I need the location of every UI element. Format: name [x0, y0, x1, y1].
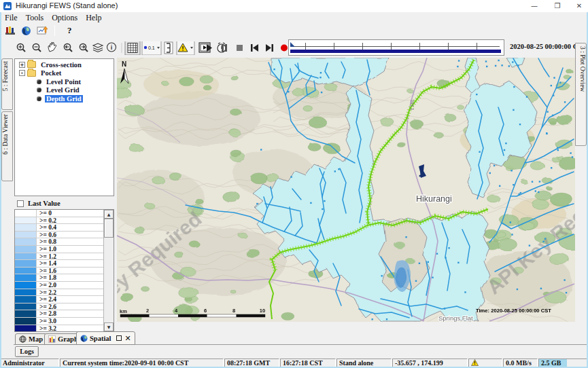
legend-swatch	[15, 274, 37, 281]
bullet-icon	[37, 79, 41, 84]
zoom-out-icon[interactable]	[33, 43, 41, 52]
window-frame-left	[0, 12, 1, 368]
legend-row[interactable]: >= 0.6	[15, 232, 114, 239]
legend-row[interactable]: >= 1.6	[15, 268, 114, 275]
pause-button[interactable]	[222, 44, 227, 52]
legend-label: >= 0.2	[37, 217, 114, 224]
tab-close-icon[interactable]: ✕	[125, 334, 131, 343]
tree-item-pocket[interactable]: - Pocket	[15, 69, 114, 78]
help-button[interactable]: ?	[67, 25, 72, 36]
bullet-icon	[37, 96, 41, 101]
tab-spatial[interactable]: Spatial ✕	[76, 331, 135, 345]
zoom-next-icon[interactable]	[80, 43, 88, 52]
timeline-handle[interactable]	[290, 42, 295, 47]
timeline-slider[interactable]	[288, 39, 504, 56]
tree-item-level-grid[interactable]: Level Grid	[15, 86, 114, 95]
legend-row[interactable]: >= 0.8	[15, 238, 114, 246]
legend-row[interactable]: >= 1.8	[15, 274, 114, 282]
info-icon[interactable]: i	[107, 43, 116, 52]
tab-restore-icon[interactable]	[116, 335, 122, 341]
legend-swatch	[15, 289, 37, 296]
expander-icon[interactable]: +	[19, 62, 25, 68]
legend-row[interactable]: >= 0	[15, 210, 114, 217]
play-button[interactable]	[207, 44, 212, 52]
legend-row[interactable]: >= 0.4	[15, 224, 114, 232]
legend-swatch	[15, 310, 37, 317]
menu-bar: File Tools Options Help	[0, 12, 588, 23]
grid-toggle-button[interactable]	[125, 41, 140, 55]
interval-dropdown[interactable]: 0.1	[142, 41, 161, 55]
legend-row[interactable]: >= 1.4	[15, 260, 114, 268]
warning-dropdown[interactable]	[177, 41, 194, 55]
maximize-button[interactable]: ❐	[548, 0, 567, 12]
svg-text:0.1: 0.1	[148, 45, 155, 50]
legend-row[interactable]: >= 1.0	[15, 246, 114, 253]
cross-section-icon[interactable]	[165, 42, 173, 54]
tree-item-cross-section[interactable]: + Cross-section	[15, 60, 114, 69]
legend-swatch	[15, 282, 37, 289]
zoom-previous-icon[interactable]	[64, 43, 72, 52]
export-chart-icon[interactable]	[34, 25, 50, 36]
menu-help[interactable]: Help	[86, 13, 101, 23]
sidebar-tab-data-viewer[interactable]: 6 : Data Viewer	[1, 111, 13, 181]
legend-scrollbar[interactable]: ▲ ▼	[103, 210, 114, 331]
svg-text:10: 10	[260, 308, 265, 314]
menu-file[interactable]: File	[5, 13, 18, 23]
tree-item-depth-grid[interactable]: Depth Grid	[15, 94, 114, 103]
sidebar-tab-forecast[interactable]: 5 : Forecast	[1, 58, 13, 110]
last-value-checkbox[interactable]	[17, 200, 24, 207]
town-label: Hikurangi	[416, 194, 452, 204]
legend-row[interactable]: >= 2.0	[15, 282, 114, 289]
sidebar-tab-plot-overview[interactable]: 3 : Plot Overview	[575, 43, 587, 146]
expander-icon[interactable]: -	[19, 70, 25, 76]
menu-tools[interactable]: Tools	[26, 13, 44, 23]
legend-label: >= 1.4	[37, 260, 114, 267]
menu-options[interactable]: Options	[52, 13, 77, 23]
timeline-ruler	[292, 46, 500, 47]
scroll-up-button[interactable]: ▲	[104, 210, 114, 219]
map-canvas[interactable]: API Key Required API Key Required	[117, 58, 575, 322]
legend-swatch	[15, 224, 37, 231]
legend-row[interactable]: >= 2.8	[15, 310, 114, 318]
legend-label: >= 2.6	[37, 303, 114, 310]
legend-label: >= 2.0	[37, 282, 114, 289]
tree-item-level-point[interactable]: Level Point	[15, 77, 114, 86]
first-step-button[interactable]	[251, 44, 258, 52]
close-button[interactable]: ✕	[570, 0, 588, 12]
legend-label: >= 1.8	[37, 274, 114, 281]
legend-swatch	[15, 268, 37, 274]
map-toolbar: i 0.1 2020-08-25 00:00:00 CST	[0, 38, 588, 58]
svg-text:8: 8	[232, 308, 235, 314]
legend-row[interactable]: >= 2.4	[15, 296, 114, 303]
scroll-down-button[interactable]: ▼	[104, 323, 114, 331]
svg-text:2: 2	[146, 308, 149, 314]
map-time-label: Time: 2020-08-25 00:00:00 CST	[476, 308, 551, 314]
globe-icon[interactable]	[18, 26, 34, 36]
globe-wire-icon	[19, 335, 27, 343]
zoom-in-icon[interactable]	[17, 43, 25, 52]
pan-icon[interactable]	[48, 42, 56, 52]
folder-icon	[27, 70, 36, 77]
legend-row[interactable]: >= 0.2	[15, 217, 114, 225]
legend-swatch	[15, 217, 37, 224]
last-step-button[interactable]	[266, 44, 273, 52]
legend-row[interactable]: >= 1.2	[15, 253, 114, 261]
archive-icon[interactable]	[3, 25, 18, 36]
scroll-thumb[interactable]	[104, 219, 114, 238]
layers-icon[interactable]	[93, 43, 103, 52]
legend-label: >= 3.0	[37, 318, 114, 325]
road-label: SH 1	[410, 100, 415, 111]
svg-text:6: 6	[204, 308, 207, 314]
minimize-button[interactable]: —	[525, 0, 544, 12]
legend-row[interactable]: >= 2.2	[15, 289, 114, 297]
stop-button[interactable]	[237, 45, 243, 51]
legend-row[interactable]: >= 3.0	[15, 318, 114, 325]
legend-row[interactable]: >= 2.6	[15, 303, 114, 311]
depth-legend-list[interactable]: >= 0>= 0.2>= 0.4>= 0.6>= 0.8>= 1.0>= 1.2…	[14, 209, 114, 332]
tab-map[interactable]: Map	[15, 333, 47, 345]
legend-label: >= 1.6	[37, 268, 114, 274]
app-icon	[3, 2, 12, 10]
record-button[interactable]	[281, 45, 288, 52]
legend-swatch	[15, 210, 37, 217]
logs-button[interactable]: Logs	[15, 346, 39, 357]
